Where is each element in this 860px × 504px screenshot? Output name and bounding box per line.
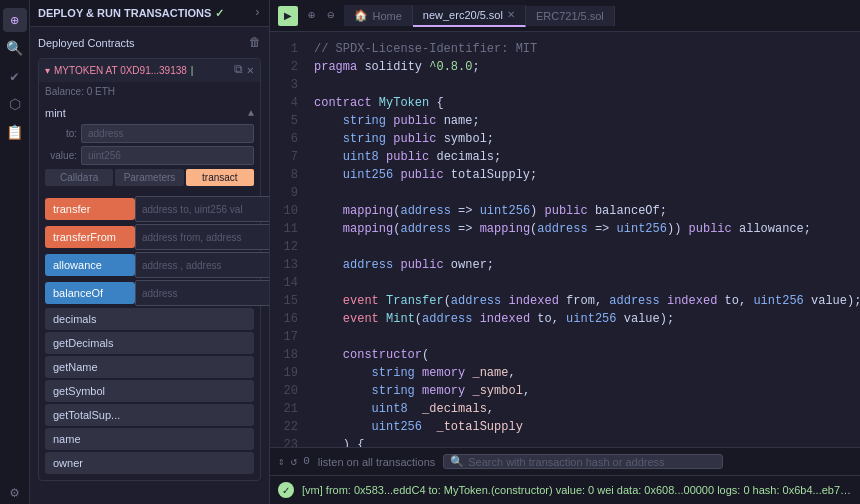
transfer-row: transfer ▾ bbox=[45, 196, 254, 222]
deployed-contracts-header: Deployed Contracts 🗑 bbox=[38, 35, 261, 50]
transfer-button[interactable]: transfer bbox=[45, 198, 135, 220]
bottom-bar: ⇕ ↺ 0 listen on all transactions 🔍 bbox=[270, 447, 860, 475]
tab-erc721-label: ERC721/5.sol bbox=[536, 10, 604, 22]
mint-tabs: Calldата Parameters transact bbox=[45, 169, 254, 186]
home-icon: 🏠 bbox=[354, 9, 368, 22]
mint-header[interactable]: mint ▲ bbox=[45, 105, 254, 121]
copy-address-icon[interactable]: ⧉ bbox=[234, 63, 243, 78]
transferfrom-input[interactable] bbox=[135, 224, 269, 250]
value-input[interactable] bbox=[81, 146, 254, 165]
getname-button[interactable]: getName bbox=[45, 356, 254, 378]
getsymbol-button[interactable]: getSymbol bbox=[45, 380, 254, 402]
balanceof-row: balanceOf ▾ bbox=[45, 280, 254, 306]
gettotalsupply-button[interactable]: getTotalSup... bbox=[45, 404, 254, 426]
mytoken-title: ▾ MYTOKEN AT 0XD91...39138 | bbox=[45, 65, 193, 76]
transferfrom-button[interactable]: transferFrom bbox=[45, 226, 135, 248]
tab-home[interactable]: 🏠 Home bbox=[344, 5, 412, 26]
functions-list: transfer ▾ transferFrom ▾ allowance bbox=[39, 196, 260, 480]
tx-success-icon: ✓ bbox=[278, 482, 294, 498]
tx-search-input[interactable] bbox=[468, 456, 716, 468]
tabs-bar: 🏠 Home new_erc20/5.sol ✕ ERC721/5.sol bbox=[344, 5, 614, 27]
parameters-tab[interactable]: Parameters bbox=[115, 169, 183, 186]
decimals-button[interactable]: decimals bbox=[45, 308, 254, 330]
owner-button[interactable]: owner bbox=[45, 452, 254, 474]
contract-indicator: | bbox=[191, 65, 194, 76]
editor-area: ▶ ⊕ ⊖ 🏠 Home new_erc20/5.sol ✕ ERC721/5.… bbox=[270, 0, 860, 504]
balanceof-input[interactable] bbox=[135, 280, 269, 306]
balanceof-button[interactable]: balanceOf bbox=[45, 282, 135, 304]
listen-text: listen on all transactions bbox=[318, 456, 435, 468]
zoom-in-icon[interactable]: ⊕ bbox=[304, 6, 319, 25]
transfer-input[interactable] bbox=[135, 196, 269, 222]
zoom-out-icon[interactable]: ⊖ bbox=[323, 6, 338, 25]
mint-section: mint ▲ to: value: Calldата Parameters bbox=[39, 101, 260, 194]
deploy-header: DEPLOY & RUN TRANSACTIONS ✓ › bbox=[30, 0, 269, 27]
tab-new-erc20-label: new_erc20/5.sol bbox=[423, 9, 503, 21]
tab-home-label: Home bbox=[372, 10, 401, 22]
mytoken-actions: ⧉ ✕ bbox=[234, 63, 254, 78]
getdecimals-button[interactable]: getDecimals bbox=[45, 332, 254, 354]
tx-log-text: [vm] from: 0x583...eddC4 to: MyToken.(co… bbox=[302, 484, 852, 496]
sidebar-icon-contracts[interactable]: ⬡ bbox=[3, 92, 27, 116]
bottom-refresh-icon[interactable]: ↺ bbox=[291, 455, 298, 468]
tx-search-box[interactable]: 🔍 bbox=[443, 454, 723, 469]
mytoken-contract: ▾ MYTOKEN AT 0XD91...39138 | ⧉ ✕ Balance… bbox=[38, 58, 261, 481]
to-label: to: bbox=[45, 128, 77, 139]
deploy-panel: DEPLOY & RUN TRANSACTIONS ✓ › Deployed C… bbox=[30, 0, 270, 504]
deployed-contracts-title: Deployed Contracts bbox=[38, 37, 135, 49]
bottom-arrow-icon[interactable]: ⇕ bbox=[278, 455, 285, 468]
sidebar: ⊕ 🔍 ✔ ⬡ 📋 ⚙ bbox=[0, 0, 30, 504]
clear-contracts-button[interactable]: 🗑 bbox=[249, 35, 261, 50]
sidebar-icon-search[interactable]: 🔍 bbox=[3, 36, 27, 60]
sidebar-icon-settings[interactable]: ⚙ bbox=[3, 480, 27, 504]
contract-name: MYTOKEN AT 0XD91...39138 bbox=[54, 65, 187, 76]
mint-chevron: ▲ bbox=[248, 108, 254, 119]
mytoken-header[interactable]: ▾ MYTOKEN AT 0XD91...39138 | ⧉ ✕ bbox=[39, 59, 260, 82]
expand-icon[interactable]: › bbox=[254, 6, 261, 20]
deployed-contracts-section: Deployed Contracts 🗑 ▾ MYTOKEN AT 0XD91.… bbox=[30, 27, 269, 493]
remove-contract-icon[interactable]: ✕ bbox=[247, 63, 254, 78]
transact-tab[interactable]: transact bbox=[186, 169, 254, 186]
bottom-count: 0 bbox=[303, 455, 310, 468]
tx-log: ✓ [vm] from: 0x583...eddC4 to: MyToken.(… bbox=[270, 475, 860, 504]
transferfrom-row: transferFrom ▾ bbox=[45, 224, 254, 250]
tab-new-erc20-close[interactable]: ✕ bbox=[507, 9, 515, 20]
sidebar-icon-clipboard[interactable]: 📋 bbox=[3, 120, 27, 144]
deploy-header-actions: › bbox=[254, 6, 261, 20]
mint-label: mint bbox=[45, 107, 66, 119]
editor-topbar: ▶ ⊕ ⊖ 🏠 Home new_erc20/5.sol ✕ ERC721/5.… bbox=[270, 0, 860, 32]
topbar-icons: ⊕ ⊖ bbox=[304, 6, 338, 25]
deploy-header-title: DEPLOY & RUN TRANSACTIONS ✓ bbox=[38, 7, 224, 20]
collapse-arrow: ▾ bbox=[45, 65, 50, 76]
value-input-row: value: bbox=[45, 146, 254, 165]
code-content: // SPDX-License-Identifier: MIT pragma s… bbox=[306, 32, 860, 447]
run-button[interactable]: ▶ bbox=[278, 6, 298, 26]
search-icon: 🔍 bbox=[450, 455, 464, 468]
value-label: value: bbox=[45, 150, 77, 161]
deploy-checkmark: ✓ bbox=[215, 7, 224, 20]
allowance-button[interactable]: allowance bbox=[45, 254, 135, 276]
to-input[interactable] bbox=[81, 124, 254, 143]
sidebar-icon-verify[interactable]: ✔ bbox=[3, 64, 27, 88]
tab-new-erc20[interactable]: new_erc20/5.sol ✕ bbox=[413, 5, 526, 27]
calldata-tab[interactable]: Calldата bbox=[45, 169, 113, 186]
sidebar-icon-deploy[interactable]: ⊕ bbox=[3, 8, 27, 32]
code-editor: 12345 678910 1112131415 1617181920 21222… bbox=[270, 32, 860, 447]
line-numbers: 12345 678910 1112131415 1617181920 21222… bbox=[270, 32, 306, 447]
allowance-input[interactable] bbox=[135, 252, 269, 278]
deploy-scroll-area: Deployed Contracts 🗑 ▾ MYTOKEN AT 0XD91.… bbox=[30, 27, 269, 504]
bottom-icons: ⇕ ↺ 0 bbox=[278, 455, 310, 468]
to-input-row: to: bbox=[45, 124, 254, 143]
deploy-title-text: DEPLOY & RUN TRANSACTIONS bbox=[38, 7, 211, 19]
allowance-row: allowance ▾ bbox=[45, 252, 254, 278]
balance-display: Balance: 0 ETH bbox=[39, 82, 260, 101]
tab-erc721[interactable]: ERC721/5.sol bbox=[526, 6, 615, 26]
name-button[interactable]: name bbox=[45, 428, 254, 450]
